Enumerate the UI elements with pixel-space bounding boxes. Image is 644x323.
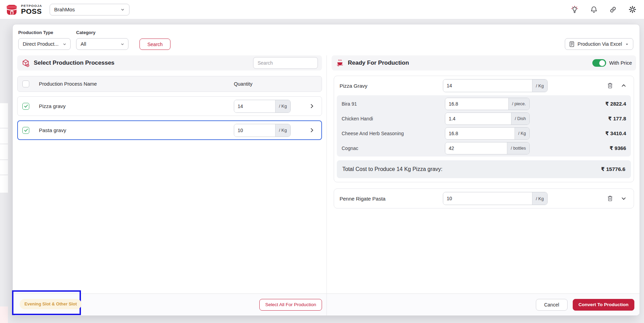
chevron-right-icon[interactable] (309, 103, 315, 109)
quantity-input-group: / Kg (443, 79, 548, 92)
production-via-excel-button[interactable]: Production Via Excel (565, 38, 633, 50)
production-type-value: Direct Product... (23, 41, 59, 47)
trash-icon (607, 195, 613, 202)
ingredient-price: ₹ 9366 (610, 145, 626, 151)
ingredient-qty-input[interactable] (445, 98, 508, 110)
convert-to-production-button[interactable]: Convert To Production (573, 299, 634, 311)
ingredient-price: ₹ 177.8 (608, 116, 626, 122)
ingredient-qty-input[interactable] (445, 142, 507, 154)
brand-logo: PETPOOJA POSS (6, 3, 42, 16)
search-button[interactable]: Search (139, 39, 170, 50)
chevron-right-icon[interactable] (309, 127, 315, 133)
quantity-unit: / Kg (275, 124, 290, 137)
ingredient-name: Cognac (342, 146, 445, 151)
ingredients-list: Bira 91 / piece. ₹ 2822.4 Chicken Handi … (337, 95, 631, 157)
link-icon[interactable] (609, 6, 617, 14)
quantity-unit: / Kg (275, 100, 290, 112)
process-table-header: Production Process Name Quantity (17, 76, 322, 92)
production-via-excel-label: Production Via Excel (578, 41, 622, 47)
production-modal: Production Type Direct Product... Catego… (12, 24, 640, 316)
select-processes-panel: Select Production Processes Production P… (13, 55, 327, 293)
column-process-name: Production Process Name (39, 81, 234, 87)
column-quantity: Quantity (234, 81, 291, 87)
select-all-for-production-button[interactable]: Select All For Production (259, 299, 322, 311)
ready-for-production-title: Ready For Production (348, 60, 409, 66)
process-row-pizza-gravy[interactable]: Pizza gravy / Kg (17, 96, 322, 116)
chevron-down-icon (120, 7, 125, 12)
card-header: Penne Rigate Pasta / Kg (334, 189, 634, 208)
outlet-dropdown-value: BrahMos (54, 7, 75, 12)
document-icon (569, 41, 574, 47)
ingredient-row: Chicken Handi / Dish ₹ 177.8 (337, 111, 631, 126)
ingredient-qty-group: / Kg (445, 127, 530, 140)
card-name: Pizza Gravy (340, 83, 443, 89)
ingredient-name: Chicken Handi (342, 116, 445, 121)
ingredient-row: Cheese And Herb Seasoning / Kg ₹ 3410.4 (337, 126, 631, 141)
ingredient-unit: / bottles (507, 142, 529, 154)
chevron-down-icon (62, 42, 67, 46)
quantity-input[interactable] (234, 124, 275, 137)
chevron-up-icon (621, 83, 626, 88)
collapse-card-button[interactable] (619, 81, 628, 90)
ingredient-price: ₹ 3410.4 (605, 130, 626, 137)
store-logo-icon (6, 3, 18, 16)
outlet-dropdown[interactable]: BrahMos (50, 4, 129, 15)
production-type-label: Production Type (18, 30, 71, 35)
process-name: Pasta gravy (39, 127, 234, 133)
delete-card-button[interactable] (605, 81, 614, 90)
background-page-fragment (0, 103, 8, 193)
quantity-input-group: / Kg (234, 124, 291, 137)
select-all-checkbox[interactable] (22, 80, 29, 87)
process-search-input[interactable] (253, 57, 318, 69)
row-checkbox[interactable] (22, 103, 29, 110)
quantity-input-group: / Kg (234, 100, 291, 113)
caret-down-icon (625, 42, 629, 46)
card-header: Pizza Gravy / Kg (334, 76, 634, 95)
notifications-bell-icon[interactable] (590, 6, 598, 14)
delete-card-button[interactable] (605, 194, 614, 203)
settings-gear-icon[interactable] (628, 6, 636, 14)
toggle-knob (599, 60, 605, 66)
quantity-input[interactable] (234, 100, 275, 112)
ingredient-qty-group: / Dish (445, 112, 530, 125)
filter-bar: Production Type Direct Product... Catego… (13, 24, 640, 55)
category-select[interactable]: All (76, 38, 128, 50)
total-cost-row: Total Cost to Produce 14 Kg Pizza gravy:… (337, 160, 631, 178)
tips-bulb-icon[interactable] (570, 6, 579, 14)
production-type-select[interactable]: Direct Product... (18, 38, 71, 50)
ingredient-qty-input[interactable] (445, 128, 515, 139)
process-name: Pizza gravy (39, 103, 234, 109)
card-name: Penne Rigate Pasta (340, 196, 443, 202)
cancel-button[interactable]: Cancel (536, 299, 568, 311)
ready-for-production-header: Ready For Production With Price (332, 55, 636, 71)
background-page-fragment-pink (0, 306, 8, 323)
quantity-input[interactable] (443, 79, 532, 92)
with-price-toggle[interactable] (592, 59, 606, 67)
category-label: Category (76, 30, 128, 35)
brand-name-top: PETPOOJA (21, 4, 42, 8)
row-checkbox[interactable] (22, 127, 29, 134)
with-price-label: With Price (609, 60, 632, 66)
category-value: All (81, 41, 86, 47)
check-icon (24, 104, 28, 108)
ingredient-row: Bira 91 / piece. ₹ 2822.4 (337, 96, 631, 111)
quantity-input-group: / Kg (443, 192, 548, 205)
quantity-unit: / Kg (532, 192, 547, 205)
total-cost-value: ₹ 15776.6 (601, 166, 625, 172)
process-row-pasta-gravy[interactable]: Pasta gravy / Kg (17, 120, 322, 140)
ingredient-qty-input[interactable] (445, 113, 511, 125)
expand-card-button[interactable] (619, 194, 628, 203)
select-processes-header: Select Production Processes (17, 55, 322, 71)
ingredient-unit: / Dish (511, 113, 529, 125)
production-card-penne-rigate-pasta: Penne Rigate Pasta / Kg (334, 189, 634, 208)
ingredient-name: Cheese And Herb Seasoning (342, 131, 445, 136)
ingredient-row: Cognac / bottles ₹ 9366 (337, 141, 631, 155)
quantity-input[interactable] (443, 192, 532, 205)
chevron-down-icon (621, 196, 626, 201)
highlight-box: Evening Slot & Other Slot (12, 290, 81, 315)
modal-footer: Select All For Production Cancel Convert… (13, 293, 640, 315)
evening-slot-badge[interactable]: Evening Slot & Other Slot (20, 299, 82, 309)
ingredient-qty-group: / bottles (445, 142, 530, 154)
total-cost-label: Total Cost to Produce 14 Kg Pizza gravy: (342, 166, 443, 172)
select-processes-title: Select Production Processes (34, 60, 114, 66)
